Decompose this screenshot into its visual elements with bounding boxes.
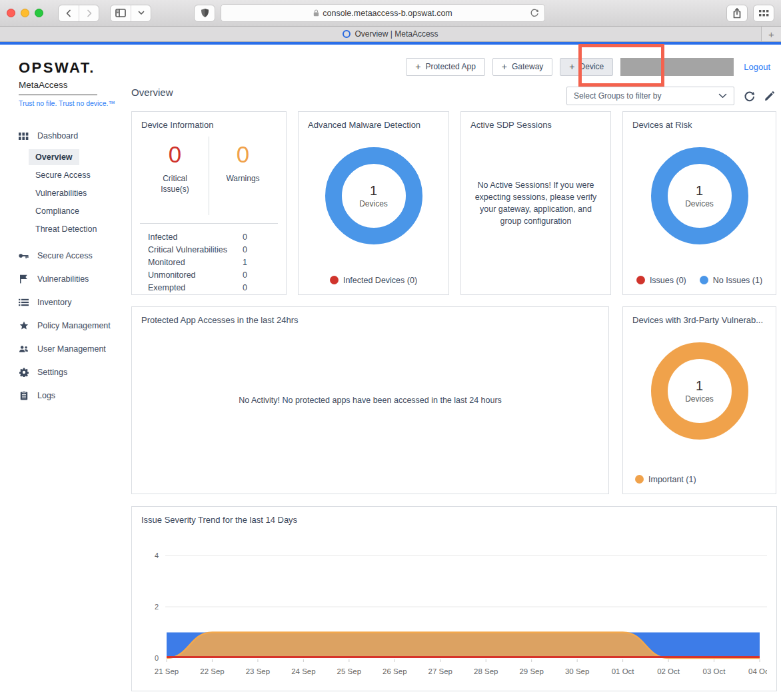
sidebar-item-vulnerabilities[interactable]: Vulnerabilities	[19, 274, 131, 284]
add-device-label: Device	[580, 62, 604, 71]
empty-state-message: No Active Sessions! If you were expectin…	[470, 179, 601, 228]
sidebar-toggle-group	[110, 5, 151, 22]
legend-dot-red	[330, 276, 339, 284]
group-filter-placeholder: Select Groups to filter by	[574, 91, 661, 101]
key-icon	[19, 252, 29, 260]
stat-label: Infected	[148, 232, 177, 242]
svg-text:02 Oct: 02 Oct	[657, 667, 680, 675]
dashboard-sub-list: Overview Secure Access Vulnerabilities C…	[19, 149, 131, 239]
warnings-label: Warnings	[226, 173, 259, 184]
tab-title[interactable]: Overview | MetaAccess	[355, 29, 438, 39]
chevron-left-icon	[65, 9, 73, 17]
group-filter-select[interactable]: Select Groups to filter by	[566, 87, 734, 105]
privacy-report-button[interactable]	[194, 5, 215, 22]
sidebar-subitem-secure-access[interactable]: Secure Access	[29, 167, 97, 183]
reload-icon	[530, 8, 539, 18]
add-gateway-label: Gateway	[512, 62, 543, 71]
devices-at-risk-card: Devices at Risk 1 Devices Issues (0) No …	[622, 111, 776, 295]
legend-item: Issues (0)	[636, 276, 686, 285]
svg-text:0: 0	[155, 654, 159, 662]
svg-text:24 Sep: 24 Sep	[291, 667, 315, 675]
sidebar-item-dashboard[interactable]: Dashboard	[19, 131, 131, 141]
address-bar[interactable]: console.metaaccess-b.opswat.com	[221, 4, 545, 22]
legend-dot-orange	[635, 475, 644, 484]
title-row: Overview Select Groups to filter by	[131, 87, 777, 105]
stat-label: Monitored	[148, 258, 185, 267]
pencil-icon	[764, 91, 775, 101]
sidebar-item-settings[interactable]: Settings	[19, 368, 131, 377]
logout-link[interactable]: Logout	[744, 62, 770, 72]
share-icon	[732, 8, 742, 19]
forward-button[interactable]	[79, 5, 99, 21]
active-sdp-sessions-card: Active SDP Sessions No Active Sessions! …	[460, 111, 611, 295]
chart-title: Issue Severity Trend for the last 14 Day…	[141, 515, 767, 525]
chevron-down-icon	[138, 11, 145, 15]
product-name: MetaAccess	[19, 80, 131, 90]
edit-dashboard-button[interactable]	[764, 91, 775, 101]
stat-value: 0	[243, 232, 247, 242]
sidebar-subitem-threat-detection[interactable]: Threat Detection	[29, 221, 103, 237]
svg-text:25 Sep: 25 Sep	[337, 667, 361, 675]
sidebar-item-label: Vulnerabilities	[37, 274, 89, 284]
stat-value: 0	[243, 270, 247, 280]
cards-row-2: Protected App Accesses in the last 24hrs…	[131, 306, 777, 494]
area-chart-canvas: 02421 Sep22 Sep23 Sep24 Sep25 Sep26 Sep2…	[141, 531, 767, 690]
svg-text:26 Sep: 26 Sep	[383, 667, 406, 675]
stat-row: Infected0	[148, 230, 247, 243]
close-window-button[interactable]	[7, 9, 15, 17]
donut-value: 1	[370, 183, 377, 198]
stat-value: 0	[243, 283, 247, 292]
divider	[140, 223, 278, 224]
donut-label: Devices	[359, 199, 388, 208]
svg-text:28 Sep: 28 Sep	[474, 667, 498, 675]
zoom-window-button[interactable]	[35, 9, 43, 17]
sidebar-dropdown-button[interactable]	[131, 5, 151, 21]
devices-donut-chart: 1 Devices	[325, 147, 422, 244]
redacted-account-name	[620, 58, 734, 76]
sidebar-item-policy-management[interactable]: Policy Management	[19, 321, 131, 330]
sidebar-item-secure-access[interactable]: Secure Access	[19, 251, 131, 260]
devices-donut-chart: 1 Devices	[651, 342, 748, 440]
device-info-summary: 0 Critical Issue(s) 0 Warnings	[141, 137, 277, 215]
add-protected-app-button[interactable]: + Protected App	[406, 58, 485, 76]
advanced-malware-detection-card: Advanced Malware Detection 1 Devices Inf…	[298, 111, 449, 295]
sidebar-item-logs[interactable]: Logs	[19, 391, 131, 400]
sidebar-item-user-management[interactable]: User Management	[19, 344, 131, 354]
chart-legend: Issues (0) No Issues (1)	[623, 276, 776, 285]
sidebar-subitem-compliance[interactable]: Compliance	[29, 203, 86, 219]
donut-label: Devices	[685, 199, 714, 208]
svg-text:4: 4	[155, 551, 159, 559]
donut-value: 1	[696, 378, 703, 394]
svg-text:01 Oct: 01 Oct	[612, 667, 635, 675]
donut-value: 1	[696, 183, 703, 198]
add-gateway-button[interactable]: + Gateway	[492, 58, 553, 76]
sidebar-toggle-button[interactable]	[111, 5, 131, 21]
new-tab-button[interactable]: +	[761, 27, 781, 41]
share-button[interactable]	[726, 5, 748, 22]
sidebar-subitem-overview[interactable]: Overview	[29, 149, 79, 165]
sidebar-item-inventory[interactable]: Inventory	[19, 298, 131, 307]
svg-text:30 Sep: 30 Sep	[565, 667, 589, 675]
legend-item: Infected Devices (0)	[330, 276, 417, 285]
filter-group: Select Groups to filter by	[566, 87, 775, 105]
legend-dot-blue	[700, 276, 708, 284]
sidebar-subitem-vulnerabilities[interactable]: Vulnerabilities	[29, 185, 93, 201]
browser-toolbar: console.metaaccess-b.opswat.com	[0, 0, 781, 27]
devices-donut-chart: 1 Devices	[651, 147, 748, 244]
add-device-button[interactable]: + Device	[560, 58, 613, 76]
header-actions: + Protected App + Gateway + Device Logou…	[131, 45, 777, 76]
svg-text:04 Oct: 04 Oct	[748, 667, 767, 675]
page-title: Overview	[131, 87, 173, 98]
tab-bar: Overview | MetaAccess +	[0, 27, 781, 42]
reload-button[interactable]	[530, 8, 539, 20]
card-title: Devices with 3rd-Party Vulnerab...	[632, 315, 766, 325]
refresh-button[interactable]	[744, 91, 755, 102]
dashboard-icon	[19, 132, 29, 141]
logo-divider	[19, 95, 97, 95]
tab-overview-button[interactable]	[753, 5, 774, 22]
brand-tagline: Trust no file. Trust no device.™	[19, 99, 131, 107]
back-button[interactable]	[59, 5, 79, 21]
minimize-window-button[interactable]	[21, 9, 29, 17]
sidebar-item-label: Logs	[37, 391, 55, 400]
critical-issues-value: 0	[169, 142, 181, 168]
